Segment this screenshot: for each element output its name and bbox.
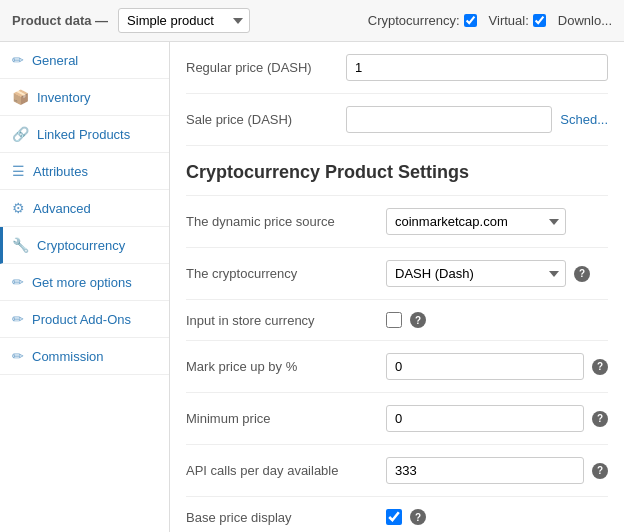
regular-price-input[interactable] [346,54,608,81]
sidebar-item-linked-products[interactable]: 🔗 Linked Products [0,116,169,153]
store-currency-row: Input in store currency ? [186,300,608,341]
sidebar-item-get-more-options[interactable]: ✏ Get more options [0,264,169,301]
sale-price-input[interactable] [346,106,552,133]
inventory-icon: 📦 [12,89,29,105]
schedule-link[interactable]: Sched... [560,112,608,127]
cryptocurrency-control: DASH (Dash) BTC (Bitcoin) ETH (Ethereum)… [386,260,608,287]
dynamic-price-source-control: coinmarketcap.com cryptocompare.com manu… [386,208,608,235]
virtual-checkbox-item: Virtual: [489,13,546,28]
cryptocurrency-label: The cryptocurrency [186,266,386,281]
sidebar-item-label-get-more-options: Get more options [32,275,132,290]
sidebar-item-general[interactable]: ✏ General [0,42,169,79]
base-price-checkbox[interactable] [386,509,402,525]
sidebar-item-label-linked-products: Linked Products [37,127,130,142]
section-title: Cryptocurrency Product Settings [186,146,608,196]
sidebar-item-label-advanced: Advanced [33,201,91,216]
cryptocurrency-help-icon[interactable]: ? [574,266,590,282]
base-price-control: ? [386,509,608,525]
download-item: Downlo... [558,13,612,28]
mark-price-row: Mark price up by % ? [186,341,608,393]
sale-price-label: Sale price (DASH) [186,112,346,127]
sidebar-item-cryptocurrency[interactable]: 🔧 Cryptocurrency [0,227,169,264]
minimum-price-row: Minimum price ? [186,393,608,445]
product-add-ons-icon: ✏ [12,311,24,327]
sidebar: ✏ General 📦 Inventory 🔗 Linked Products … [0,42,170,532]
sidebar-item-advanced[interactable]: ⚙ Advanced [0,190,169,227]
attributes-icon: ☰ [12,163,25,179]
regular-price-label: Regular price (DASH) [186,60,346,75]
sidebar-item-label-cryptocurrency: Cryptocurrency [37,238,125,253]
cryptocurrency-row: The cryptocurrency DASH (Dash) BTC (Bitc… [186,248,608,300]
regular-price-row: Regular price (DASH) [186,42,608,94]
api-calls-label: API calls per day available [186,463,386,478]
sidebar-item-label-commission: Commission [32,349,104,364]
cryptocurrency-checkbox-item: Cryptocurrency: [368,13,477,28]
linked-products-icon: 🔗 [12,126,29,142]
mark-price-label: Mark price up by % [186,359,386,374]
product-data-label: Product data — [12,13,108,28]
cryptocurrency-select[interactable]: DASH (Dash) BTC (Bitcoin) ETH (Ethereum) [386,260,566,287]
sidebar-item-label-general: General [32,53,78,68]
commission-icon: ✏ [12,348,24,364]
mark-price-input[interactable] [386,353,584,380]
sidebar-item-attributes[interactable]: ☰ Attributes [0,153,169,190]
cryptocurrency-icon: 🔧 [12,237,29,253]
minimum-price-input[interactable] [386,405,584,432]
header-checkboxes: Cryptocurrency: Virtual: Downlo... [368,13,612,28]
minimum-price-help-icon[interactable]: ? [592,411,608,427]
store-currency-checkbox[interactable] [386,312,402,328]
minimum-price-label: Minimum price [186,411,386,426]
virtual-header-label: Virtual: [489,13,529,28]
api-calls-help-icon[interactable]: ? [592,463,608,479]
main-container: ✏ General 📦 Inventory 🔗 Linked Products … [0,42,624,532]
cryptocurrency-header-checkbox[interactable] [464,14,477,27]
product-data-header: Product data — Simple product Variable p… [0,0,624,42]
api-calls-control: ? [386,457,608,484]
download-label: Downlo... [558,13,612,28]
base-price-row: Base price display ? [186,497,608,532]
dynamic-price-source-label: The dynamic price source [186,214,386,229]
api-calls-input[interactable] [386,457,584,484]
sidebar-item-inventory[interactable]: 📦 Inventory [0,79,169,116]
general-icon: ✏ [12,52,24,68]
get-more-options-icon: ✏ [12,274,24,290]
mark-price-help-icon[interactable]: ? [592,359,608,375]
minimum-price-control: ? [386,405,608,432]
store-currency-help-icon[interactable]: ? [410,312,426,328]
store-currency-control: ? [386,312,608,328]
sidebar-item-label-inventory: Inventory [37,90,90,105]
advanced-icon: ⚙ [12,200,25,216]
sidebar-item-label-product-add-ons: Product Add-Ons [32,312,131,327]
base-price-help-icon[interactable]: ? [410,509,426,525]
base-price-label: Base price display [186,510,386,525]
dynamic-price-source-select[interactable]: coinmarketcap.com cryptocompare.com manu… [386,208,566,235]
main-content: Regular price (DASH) Sale price (DASH) S… [170,42,624,532]
sale-price-row: Sale price (DASH) Sched... [186,94,608,146]
virtual-header-checkbox[interactable] [533,14,546,27]
store-currency-label: Input in store currency [186,313,386,328]
sidebar-item-product-add-ons[interactable]: ✏ Product Add-Ons [0,301,169,338]
product-type-select[interactable]: Simple product Variable product Grouped … [118,8,250,33]
mark-price-control: ? [386,353,608,380]
dynamic-price-source-row: The dynamic price source coinmarketcap.c… [186,196,608,248]
cryptocurrency-header-label: Cryptocurrency: [368,13,460,28]
api-calls-row: API calls per day available ? [186,445,608,497]
sidebar-item-label-attributes: Attributes [33,164,88,179]
sidebar-item-commission[interactable]: ✏ Commission [0,338,169,375]
